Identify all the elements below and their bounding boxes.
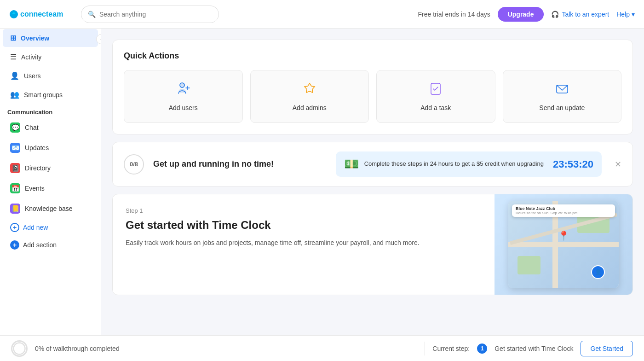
svg-point-7 [14,343,25,354]
headset-icon: 🎧 [551,11,559,18]
sidebar-item-activity[interactable]: ☰ Activity [3,48,98,66]
current-step-number: 1 [477,344,487,354]
quick-action-add-task[interactable]: Add a task [376,70,495,123]
close-banner-button[interactable]: ✕ [615,159,621,169]
step-description: Easily track work hours on jobs and proj… [126,238,482,248]
chevron-down-icon: ▾ [632,11,635,18]
progress-text: Get up and running in no time! [153,159,327,169]
step-card: Step 1 Get started with Time Clock Easil… [112,194,633,295]
add-users-icon [176,82,190,99]
search-bar[interactable]: 🔍 [81,6,219,23]
step-title: Get started with Time Clock [126,218,482,232]
sidebar-item-updates[interactable]: 📧 Updates [3,138,98,157]
quick-actions-title: Quick Actions [124,51,621,61]
menu-icon: ☰ [10,52,17,61]
current-step-label: Current step: [432,345,470,352]
quick-action-send-update[interactable]: Send an update [503,70,622,123]
quick-action-add-users[interactable]: Add users [124,70,243,123]
help-button[interactable]: Help ▾ [616,11,635,18]
chat-icon: 💬 [10,122,20,133]
step-label: Step 1 [126,207,482,214]
money-emoji: 💵 [344,157,359,171]
quick-actions-grid: Add users Add admins [124,70,621,123]
sidebar-item-directory[interactable]: 📓 Directory [3,158,98,178]
current-step-name: Get started with Time Clock [494,345,573,352]
user-icon: 👤 [10,71,19,80]
sidebar-item-chat[interactable]: 💬 Chat [3,118,98,137]
upgrade-button[interactable]: Upgrade [498,7,544,22]
countdown-timer: 23:53:20 [553,158,593,170]
divider [425,342,425,355]
plus-icon: + [10,223,19,232]
trial-text: Free trial ends in 14 days [418,11,490,18]
search-icon: 🔍 [88,11,96,18]
talk-to-expert-link[interactable]: 🎧 Talk to an expert [551,11,609,18]
walkthrough-progress-text: 0% of walkthrough completed [35,345,417,352]
group-icon: 👥 [10,90,19,99]
progress-circle [11,340,28,357]
add-admins-label: Add admins [293,104,327,111]
sidebar-add-section-button[interactable]: + Add section [3,237,98,253]
quick-action-add-admins[interactable]: Add admins [250,70,369,123]
sidebar-item-events[interactable]: 📅 Events [3,179,98,198]
credit-text: Complete these steps in 24 hours to get … [364,160,544,168]
step-content: Step 1 Get started with Time Clock Easil… [113,194,494,295]
sidebar: ‹ ⊞ Overview ☰ Activity 👤 Users 👥 Smart … [0,29,101,335]
grid-icon: ⊞ [10,34,16,42]
sidebar-item-smart-groups[interactable]: 👥 Smart groups [3,86,98,104]
plus-filled-icon: + [10,240,19,250]
bottom-bar: 0% of walkthrough completed Current step… [0,335,644,361]
add-task-label: Add a task [420,104,451,111]
progress-fraction-badge: 0/8 [124,154,144,175]
sidebar-section-communication: Communication [0,104,101,117]
quick-actions-card: Quick Actions Add users [112,40,633,134]
sidebar-add-new-button[interactable]: + Add new [3,219,98,236]
svg-text:connecteam: connecteam [20,10,63,18]
search-input[interactable] [99,11,212,18]
directory-icon: 📓 [10,163,20,173]
knowledge-base-icon: 📒 [10,204,20,214]
sidebar-item-overview[interactable]: ⊞ Overview [3,29,98,47]
updates-icon: 📧 [10,143,20,153]
main-content: Quick Actions Add users [101,29,644,335]
send-update-icon [555,82,569,99]
add-task-icon [428,82,443,99]
app-logo: connecteam [9,7,69,21]
send-update-label: Send an update [539,104,585,111]
add-admins-icon [302,82,317,99]
get-started-button[interactable]: Get Started [581,341,633,356]
credit-box: 💵 Complete these steps in 24 hours to ge… [336,151,602,177]
sidebar-item-knowledge-base[interactable]: 📒 Knowledge base [3,199,98,218]
top-navigation: connecteam 🔍 Free trial ends in 14 days … [0,0,644,29]
main-layout: ‹ ⊞ Overview ☰ Activity 👤 Users 👥 Smart … [0,29,644,335]
sidebar-item-users[interactable]: 👤 Users [3,67,98,85]
step-image: 📍 👤 Blue Note Jazz Club Hours so far on … [494,194,632,295]
add-users-label: Add users [169,104,198,111]
events-icon: 📅 [10,183,20,193]
progress-banner: 0/8 Get up and running in no time! 💵 Com… [112,142,633,186]
